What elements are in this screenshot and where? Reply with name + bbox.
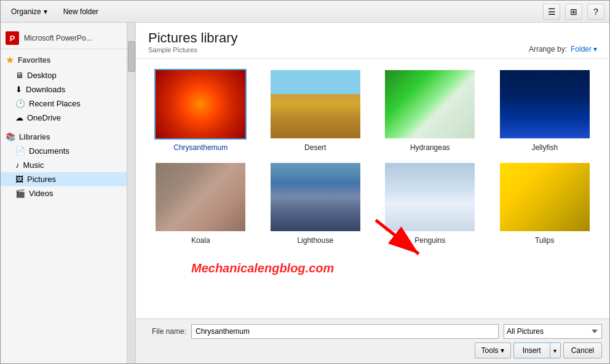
chrysanthemum-preview: [156, 70, 245, 138]
image-label-jellyfish: Jellyfish: [531, 143, 558, 152]
image-thumb-penguins: [384, 162, 476, 232]
content-area: Pictures library Sample Pictures Arrange…: [136, 23, 609, 363]
app-icon: P: [6, 31, 19, 45]
pictures-label: Pictures: [27, 175, 56, 184]
image-thumb-koala: [154, 162, 247, 232]
library-info: Pictures library Sample Pictures: [148, 30, 237, 53]
new-folder-button[interactable]: New folder: [58, 5, 104, 18]
image-item-desert[interactable]: Desert: [263, 69, 368, 152]
libraries-label: Libraries: [19, 133, 50, 141]
image-thumb-lighthouse: [269, 162, 362, 232]
image-label-desert: Desert: [304, 143, 326, 152]
downloads-label: Downloads: [26, 85, 65, 94]
sidebar-item-documents[interactable]: 📄 Documents: [1, 144, 135, 158]
content-header: Pictures library Sample Pictures Arrange…: [136, 23, 609, 59]
file-name-row: File name: All Pictures: [143, 324, 602, 339]
image-label-koala: Koala: [191, 236, 210, 245]
arrange-by-button[interactable]: Folder ▾: [571, 45, 597, 53]
app-bar: P Microsoft PowerPo...: [1, 28, 135, 49]
sidebar-item-videos[interactable]: 🎬 Videos: [1, 186, 135, 200]
view-split-icon[interactable]: ⊞: [565, 4, 582, 20]
downloads-icon: ⬇: [15, 85, 22, 94]
content-body: Chrysanthemum Desert Hydrangeas: [136, 59, 609, 318]
desert-preview: [271, 70, 360, 138]
sidebar-item-music[interactable]: ♪ Music: [1, 158, 135, 172]
bottom-bar: File name: All Pictures Tools ▾ Insert: [136, 318, 609, 363]
tools-button[interactable]: Tools ▾: [475, 342, 511, 358]
image-thumb-chrysanthemum: [154, 69, 247, 140]
file-name-label: File name:: [143, 327, 186, 336]
cancel-label: Cancel: [571, 346, 594, 355]
arrange-chevron-icon: ▾: [593, 45, 597, 53]
file-name-input[interactable]: [191, 324, 499, 339]
recent-icon: 🕐: [15, 99, 25, 108]
koala-preview: [156, 163, 245, 231]
arrange-by: Arrange by: Folder ▾: [529, 45, 597, 53]
documents-icon: 📄: [15, 146, 25, 156]
onedrive-label: OneDrive: [27, 113, 61, 122]
image-item-hydrangeas[interactable]: Hydrangeas: [378, 69, 483, 152]
music-icon: ♪: [15, 160, 20, 170]
image-item-tulips[interactable]: Tulips: [493, 162, 598, 245]
image-item-lighthouse[interactable]: Lighthouse: [263, 162, 368, 245]
sidebar: P Microsoft PowerPo... ★ Favorites 🖥 Des…: [1, 23, 136, 363]
insert-label: Insert: [523, 346, 541, 355]
arrange-by-value: Folder: [571, 45, 592, 53]
desktop-label: Desktop: [27, 71, 57, 80]
organize-label: Organize: [11, 7, 41, 16]
help-icon[interactable]: ?: [587, 4, 604, 20]
image-label-chrysanthemum: Chrysanthemum: [173, 143, 228, 152]
tools-label: Tools: [481, 346, 499, 355]
app-title: Microsoft PowerPo...: [24, 34, 92, 42]
image-label-penguins: Penguins: [414, 236, 445, 245]
toolbar: Organize ▾ New folder ☰ ⊞ ?: [1, 1, 609, 23]
insert-button[interactable]: Insert: [513, 342, 550, 358]
videos-icon: 🎬: [15, 189, 25, 198]
main-area: P Microsoft PowerPo... ★ Favorites 🖥 Des…: [1, 23, 609, 363]
image-label-hydrangeas: Hydrangeas: [410, 143, 450, 152]
music-label: Music: [23, 160, 44, 170]
insert-button-group: Insert ▾: [513, 342, 561, 358]
image-item-chrysanthemum[interactable]: Chrysanthemum: [148, 69, 253, 152]
onedrive-icon: ☁: [15, 113, 23, 122]
videos-label: Videos: [29, 189, 53, 198]
organize-chevron-icon: ▾: [44, 7, 47, 16]
tulips-preview: [500, 163, 590, 231]
sidebar-item-desktop[interactable]: 🖥 Desktop: [1, 68, 135, 82]
libraries-icon: 📚: [6, 132, 15, 141]
sidebar-item-pictures[interactable]: 🖼 Pictures: [1, 172, 135, 186]
jellyfish-preview: [500, 70, 590, 138]
image-thumb-tulips: [499, 162, 591, 232]
lighthouse-preview: [271, 163, 360, 231]
insert-dropdown-button[interactable]: ▾: [550, 342, 561, 358]
sidebar-item-onedrive[interactable]: ☁ OneDrive: [1, 111, 135, 125]
image-item-jellyfish[interactable]: Jellyfish: [493, 69, 598, 152]
star-icon: ★: [6, 54, 14, 66]
favorites-section[interactable]: ★ Favorites: [1, 52, 135, 68]
libraries-section[interactable]: 📚 Libraries: [1, 130, 135, 144]
image-thumb-hydrangeas: [384, 69, 476, 140]
pictures-icon: 🖼: [15, 175, 23, 184]
tools-chevron-icon: ▾: [501, 346, 504, 355]
file-type-select[interactable]: All Pictures: [504, 324, 602, 339]
recent-places-label: Recent Places: [29, 99, 81, 108]
sidebar-item-downloads[interactable]: ⬇ Downloads: [1, 82, 135, 97]
image-thumb-desert: [269, 69, 362, 140]
image-grid: Chrysanthemum Desert Hydrangeas: [136, 59, 609, 255]
image-item-penguins[interactable]: Penguins: [378, 162, 483, 245]
desktop-icon: 🖥: [15, 71, 23, 80]
cancel-button[interactable]: Cancel: [563, 342, 602, 358]
sidebar-scrollbar[interactable]: [127, 23, 135, 363]
library-subtitle: Sample Pictures: [148, 46, 237, 53]
view-list-icon[interactable]: ☰: [543, 4, 560, 20]
hydrangeas-preview: [385, 70, 475, 138]
penguins-preview: [385, 163, 475, 231]
image-item-koala[interactable]: Koala: [148, 162, 253, 245]
organize-button[interactable]: Organize ▾: [6, 5, 53, 18]
favorites-label: Favorites: [18, 56, 50, 65]
arrange-by-label: Arrange by:: [529, 45, 567, 53]
sidebar-item-recent-places[interactable]: 🕐 Recent Places: [1, 97, 135, 111]
library-title: Pictures library: [148, 30, 237, 46]
image-label-lighthouse: Lighthouse: [297, 236, 333, 245]
new-folder-label: New folder: [63, 7, 98, 16]
